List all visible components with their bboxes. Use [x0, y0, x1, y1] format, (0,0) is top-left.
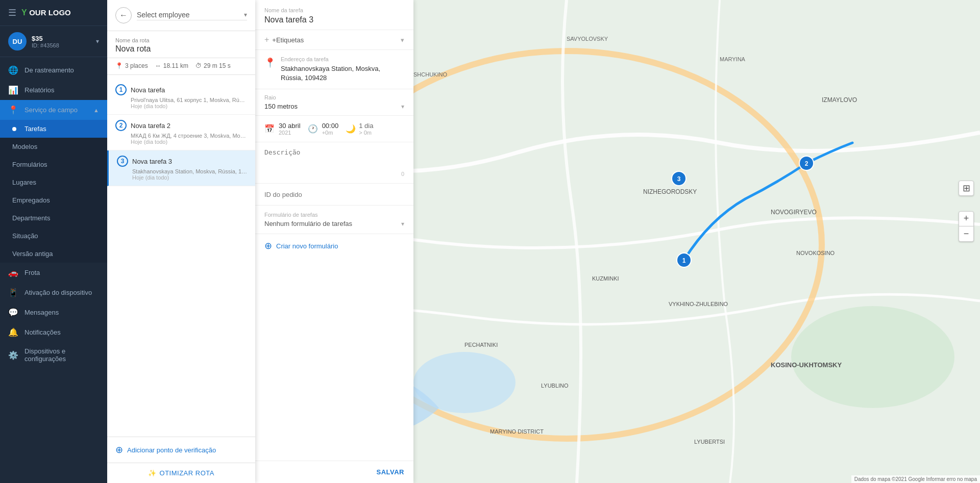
sidebar-item-situation[interactable]: Situação [0, 227, 107, 245]
task-num-2: 2 [115, 120, 127, 131]
task-item-3[interactable]: 3 Nova tarefa 3 Stakhanovskaya Station, … [107, 150, 255, 186]
user-info: $35 ID: #43568 [32, 35, 91, 48]
radius-select[interactable]: 150 metros [264, 103, 401, 110]
route-panel: ← Select employee ▾ Nome da rota 📍 3 pla… [107, 0, 255, 483]
task-address-1: Privol'naya Ulitsa, 61 корпус 1, Moskva,… [131, 97, 247, 103]
sidebar-item-notifications[interactable]: 🔔 Notificações [0, 322, 107, 342]
zoom-in-button[interactable]: + [959, 211, 974, 226]
sidebar-item-places[interactable]: Lugares [0, 173, 107, 191]
time-value: 00:00 +0m [322, 122, 339, 136]
task-name-input[interactable] [264, 15, 404, 24]
optimize-label: OTIMIZAR ROTA [160, 469, 214, 477]
task-item-2[interactable]: 2 Nova tarefa 2 МКАД 6 Км ЖД, 4 строение… [107, 115, 255, 150]
task-address-2: МКАД 6 Км ЖД, 4 строение 3, Moskva, Mosc… [131, 133, 247, 139]
sidebar-item-label: Mensagens [24, 309, 59, 316]
svg-text:NIZHEGORODSKY: NIZHEGORODSKY [643, 188, 697, 195]
description-section: 0 [255, 142, 413, 184]
employee-select-wrapper: Select employee ▾ [137, 11, 247, 20]
distance-meta: ↔ 18.11 km [155, 62, 188, 69]
task-item-1[interactable]: 1 Nova tarefa Privol'naya Ulitsa, 61 кор… [107, 79, 255, 115]
employee-select[interactable]: Select employee [137, 11, 244, 19]
time-item[interactable]: 🕐 00:00 +0m [308, 122, 339, 136]
radius-label: Raio [264, 94, 404, 100]
route-name-section: Nome da rota [107, 31, 255, 58]
svg-text:IZMAYLOVO: IZMAYLOVO [822, 96, 857, 104]
sidebar-item-reports[interactable]: 📊 Relatórios [0, 80, 107, 100]
sidebar-item-old-version[interactable]: Versão antiga [0, 245, 107, 263]
fleet-icon: 🚗 [8, 268, 18, 277]
time-value: 29 m 15 s [204, 62, 231, 69]
date-item[interactable]: 📅 30 abril 2021 [264, 122, 301, 136]
date-value: 30 abril 2021 [279, 122, 301, 136]
sidebar-item-employees[interactable]: Empregados [0, 191, 107, 209]
sidebar-item-label: De rastreamento [24, 66, 74, 74]
time-meta: ⏱ 29 m 15 s [195, 62, 231, 69]
expand-icon: ▲ [93, 107, 99, 113]
svg-text:2: 2 [805, 160, 808, 167]
map-layer-button[interactable]: ⊞ [959, 181, 974, 196]
sidebar-item-device-activation[interactable]: 📱 Ativação do dispositivo [0, 283, 107, 302]
sidebar-item-messages[interactable]: 💬 Mensagens [0, 302, 107, 322]
svg-text:PECHATNIKI: PECHATNIKI [464, 342, 498, 348]
form-select[interactable]: Nenhum formulário de tarefas [264, 220, 401, 227]
main-area: SHCHUKINO SAVYOLOVSKY MARYINA IZMAYLOVO … [107, 0, 980, 483]
datetime-section: 📅 30 abril 2021 🕐 00:00 +0m 🌙 1 dia > 0m [255, 116, 413, 142]
user-section[interactable]: DU $35 ID: #43568 ▾ [0, 26, 107, 57]
add-checkpoint-label: Adicionar ponto de verificação [127, 446, 216, 454]
svg-text:LYUBLINO: LYUBLINO [541, 383, 569, 389]
sidebar-item-tracking[interactable]: 🌐 De rastreamento [0, 60, 107, 80]
duration-display: 1 dia [359, 122, 373, 130]
sidebar: ☰ Y OUR LOGO DU $35 ID: #43568 ▾ 🌐 De ra… [0, 0, 107, 483]
route-name-input[interactable] [115, 44, 247, 54]
sidebar-item-models[interactable]: Modelos [0, 138, 107, 156]
task-name-label: Nome da tarefa [264, 7, 404, 13]
location-icon: 📍 [264, 57, 276, 68]
save-button[interactable]: SALVAR [376, 468, 404, 476]
settings-icon: ⚙️ [8, 350, 18, 360]
optimize-route-button[interactable]: ✨ OTIMIZAR ROTA [148, 469, 214, 477]
user-dropdown-icon[interactable]: ▾ [96, 38, 99, 45]
create-form-link[interactable]: ⊕ Criar novo formulário [255, 234, 413, 258]
user-id: ID: #43568 [32, 42, 91, 48]
svg-text:KUZMINKI: KUZMINKI [592, 275, 619, 282]
distance-value: 18.11 km [163, 62, 188, 69]
sidebar-item-settings[interactable]: ⚙️ Dispositivos e configurações [0, 342, 107, 368]
sidebar-item-field-service[interactable]: 📍 Serviço de campo ▲ [0, 100, 107, 120]
task-detail-panel: Nome da tarefa + +Etiquetas ▾ 📍 Endereço… [255, 0, 413, 483]
hamburger-icon[interactable]: ☰ [8, 7, 16, 18]
sidebar-item-label: Frota [24, 269, 40, 276]
svg-text:MARYINA: MARYINA [720, 56, 746, 62]
sidebar-item-departments[interactable]: Departments [0, 209, 107, 227]
tags-row[interactable]: + +Etiquetas ▾ [255, 30, 413, 50]
task-date-3: Hoje (dia todo) [132, 174, 247, 181]
zoom-out-button[interactable]: − [959, 226, 974, 242]
detail-footer: SALVAR [255, 461, 413, 483]
add-checkpoint-btn[interactable]: ⊕ Adicionar ponto de verificação [107, 437, 255, 463]
sidebar-item-label: Ativação do dispositivo [24, 289, 92, 296]
select-arrow-icon: ▾ [244, 11, 247, 18]
duration-item[interactable]: 🌙 1 dia > 0m [346, 122, 373, 136]
sidebar-item-fleet[interactable]: 🚗 Frota [0, 263, 107, 283]
time-icon: ⏱ [195, 62, 202, 69]
field-service-icon: 📍 [8, 105, 18, 115]
task-title-1: Nova tarefa [131, 86, 165, 94]
sidebar-item-tasks[interactable]: Tarefas [0, 120, 107, 138]
logo-y: Y [21, 8, 27, 17]
address-value: Stakhanovskaya Station, Moskva, Rússia, … [281, 64, 404, 83]
address-content: Endereço da tarefa Stakhanovskaya Statio… [281, 56, 404, 83]
svg-text:3: 3 [677, 175, 681, 183]
time-sub: +0m [322, 130, 339, 136]
sidebar-item-forms[interactable]: Formulários [0, 156, 107, 173]
sidebar-item-label: Formulários [12, 161, 47, 168]
description-count: 0 [264, 171, 404, 177]
task-title-3: Nova tarefa 3 [132, 158, 172, 165]
route-name-label: Nome da rota [115, 37, 247, 43]
description-input[interactable] [264, 148, 404, 169]
radius-arrow-icon: ▾ [401, 103, 404, 110]
task-num-1: 1 [115, 84, 127, 95]
order-id-input[interactable] [264, 191, 404, 198]
optimize-icon: ✨ [148, 469, 157, 477]
back-button[interactable]: ← [115, 7, 132, 23]
duration-sub: > 0m [359, 130, 373, 136]
form-arrow-icon: ▾ [401, 220, 404, 227]
